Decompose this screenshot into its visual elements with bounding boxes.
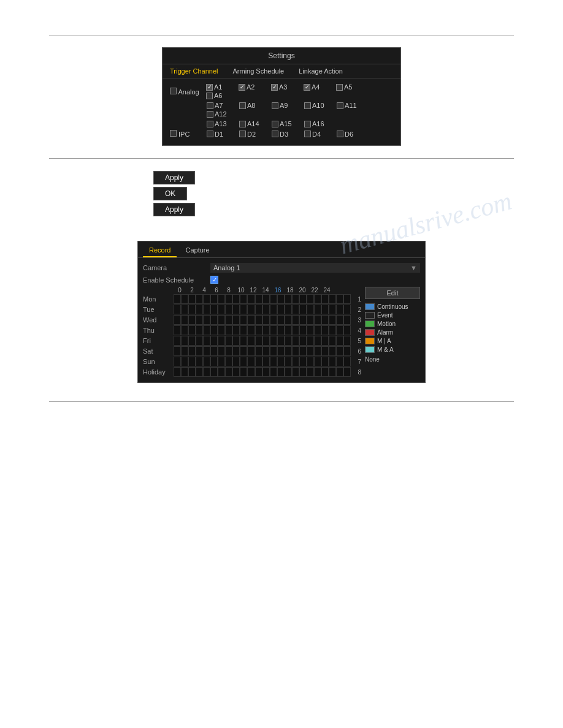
grid-cell[interactable] [336, 367, 343, 377]
grid-cell[interactable] [196, 346, 203, 356]
grid-cell[interactable] [262, 367, 270, 377]
grid-cell[interactable] [255, 305, 262, 314]
grid-cell[interactable] [225, 325, 232, 335]
grid-cell[interactable] [255, 315, 262, 325]
enable-schedule-checkbox[interactable] [210, 276, 218, 284]
grid-cell[interactable] [225, 336, 232, 346]
grid-cell[interactable] [174, 336, 181, 346]
grid-cell[interactable] [232, 336, 240, 346]
cb-a5[interactable] [336, 84, 343, 91]
grid-cell[interactable] [247, 305, 255, 314]
grid-cell[interactable] [240, 315, 247, 325]
grid-cell[interactable] [336, 325, 343, 335]
grid-cell[interactable] [181, 305, 188, 314]
grid-cell[interactable] [174, 294, 181, 304]
grid-cell[interactable] [285, 336, 292, 346]
grid-cell[interactable] [255, 357, 262, 366]
grid-cell[interactable] [255, 346, 262, 356]
cb-a1[interactable] [206, 84, 213, 91]
grid-cells-tue[interactable] [174, 305, 351, 314]
grid-cell[interactable] [299, 336, 307, 346]
grid-cell[interactable] [174, 305, 181, 314]
grid-cell[interactable] [203, 336, 210, 346]
grid-cell[interactable] [299, 367, 307, 377]
grid-cell[interactable] [210, 294, 218, 304]
grid-cell[interactable] [270, 305, 277, 314]
grid-cell[interactable] [307, 325, 314, 335]
grid-cell[interactable] [196, 305, 203, 314]
grid-cell[interactable] [188, 315, 196, 325]
grid-cell[interactable] [329, 357, 336, 366]
grid-cell[interactable] [321, 315, 329, 325]
cb-a4[interactable] [304, 84, 310, 91]
grid-cell[interactable] [188, 325, 196, 335]
grid-cell[interactable] [336, 346, 343, 356]
grid-cell[interactable] [203, 315, 210, 325]
grid-cell[interactable] [203, 294, 210, 304]
grid-cell[interactable] [314, 346, 321, 356]
cb-d1[interactable] [207, 131, 213, 137]
grid-cell[interactable] [270, 367, 277, 377]
grid-cell[interactable] [307, 336, 314, 346]
grid-cell[interactable] [343, 346, 351, 356]
grid-cell[interactable] [247, 346, 255, 356]
grid-cell[interactable] [270, 325, 277, 335]
cb-a13[interactable] [207, 121, 213, 127]
tab-arming-schedule[interactable]: Arming Schedule [225, 64, 291, 78]
grid-cell[interactable] [285, 367, 292, 377]
grid-cell[interactable] [218, 325, 225, 335]
grid-cell[interactable] [270, 294, 277, 304]
grid-cells-sun[interactable] [174, 357, 351, 366]
grid-cell[interactable] [196, 315, 203, 325]
grid-cell[interactable] [321, 305, 329, 314]
grid-cell[interactable] [299, 346, 307, 356]
grid-cell[interactable] [307, 346, 314, 356]
grid-cell[interactable] [299, 305, 307, 314]
cb-d3[interactable] [272, 131, 278, 137]
grid-cell[interactable] [255, 336, 262, 346]
analog-checkbox[interactable] [170, 88, 177, 94]
grid-cell[interactable] [218, 336, 225, 346]
grid-cell[interactable] [262, 294, 270, 304]
grid-cell[interactable] [240, 294, 247, 304]
grid-cell[interactable] [210, 357, 218, 366]
grid-cell[interactable] [336, 294, 343, 304]
grid-cell[interactable] [188, 367, 196, 377]
grid-cell[interactable] [262, 357, 270, 366]
grid-cell[interactable] [329, 325, 336, 335]
grid-cell[interactable] [314, 315, 321, 325]
grid-cell[interactable] [329, 336, 336, 346]
grid-cell[interactable] [210, 346, 218, 356]
cb-a12[interactable] [207, 111, 213, 118]
grid-cell[interactable] [188, 346, 196, 356]
grid-cell[interactable] [270, 357, 277, 366]
grid-cell[interactable] [321, 357, 329, 366]
grid-cell[interactable] [225, 315, 232, 325]
grid-cell[interactable] [299, 325, 307, 335]
grid-cell[interactable] [247, 315, 255, 325]
grid-cell[interactable] [247, 294, 255, 304]
grid-cell[interactable] [270, 346, 277, 356]
grid-cell[interactable] [203, 357, 210, 366]
cb-a16[interactable] [304, 121, 311, 127]
grid-cell[interactable] [188, 294, 196, 304]
grid-cell[interactable] [285, 346, 292, 356]
grid-cell[interactable] [343, 357, 351, 366]
grid-cell[interactable] [314, 336, 321, 346]
grid-cell[interactable] [314, 325, 321, 335]
grid-cell[interactable] [292, 336, 299, 346]
grid-cell[interactable] [196, 357, 203, 366]
grid-cell[interactable] [218, 357, 225, 366]
grid-cell[interactable] [314, 294, 321, 304]
grid-cell[interactable] [277, 336, 285, 346]
grid-cell[interactable] [203, 367, 210, 377]
grid-cell[interactable] [247, 325, 255, 335]
grid-cell[interactable] [240, 325, 247, 335]
cb-a14[interactable] [239, 121, 246, 127]
grid-cell[interactable] [188, 357, 196, 366]
grid-cell[interactable] [307, 315, 314, 325]
grid-cell[interactable] [270, 315, 277, 325]
grid-cells-wed[interactable] [174, 315, 351, 325]
grid-cell[interactable] [343, 305, 351, 314]
grid-cell[interactable] [196, 367, 203, 377]
